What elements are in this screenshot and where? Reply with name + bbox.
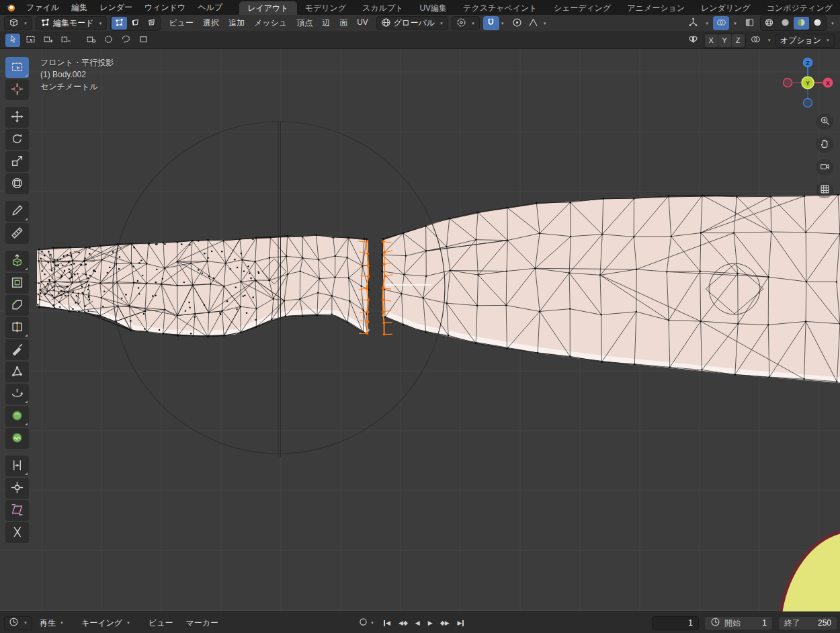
tool-extrude[interactable] — [5, 251, 29, 271]
shading-material-button[interactable] — [794, 17, 809, 30]
tool-poly-build[interactable] — [5, 362, 29, 382]
workspace-tab-8[interactable]: コンポジティング — [759, 1, 840, 15]
tool-loop-cut[interactable] — [5, 317, 29, 338]
playback-menu[interactable]: 再生▼ — [36, 616, 74, 630]
tool-measure[interactable] — [5, 223, 29, 244]
jump-to-start-button[interactable]: ◀ — [380, 618, 394, 628]
workspace-tab-4[interactable]: テクスチャペイント — [455, 1, 546, 15]
tool-shear[interactable] — [5, 500, 29, 521]
workspace-tab-7[interactable]: レンダリング — [693, 1, 759, 15]
keying-menu[interactable]: キーイング▼ — [77, 616, 140, 630]
header-menu-1[interactable]: 選択 — [198, 17, 224, 29]
falloff-dropdown[interactable]: ▼ — [542, 22, 548, 26]
timeline-editor-dropdown[interactable] — [4, 616, 32, 630]
header-menu-2[interactable]: 追加 — [224, 17, 249, 29]
tool-cursor[interactable] — [5, 79, 29, 100]
tool-annotate[interactable] — [5, 201, 29, 222]
tool-transform[interactable] — [5, 173, 29, 194]
jump-to-end-button[interactable]: ▶ — [454, 618, 468, 628]
frame-start-field[interactable]: 開始 1 — [704, 616, 773, 630]
editor-type-dropdown[interactable] — [4, 16, 32, 30]
play-button[interactable]: ▶ — [425, 618, 436, 628]
workspace-tab-6[interactable]: アニメーション — [619, 1, 693, 15]
vertex-select-button[interactable] — [112, 17, 127, 30]
frame-end-field[interactable]: 終了 250 — [778, 616, 837, 630]
tool-inset[interactable] — [5, 273, 29, 294]
snap-dropdown[interactable]: ▼ — [499, 22, 506, 26]
header-menu-3[interactable]: メッシュ — [249, 17, 292, 29]
shading-dropdown[interactable]: ▼ — [829, 22, 836, 26]
proportional-edit-button[interactable] — [509, 16, 526, 30]
pivot-dropdown[interactable] — [452, 16, 480, 30]
zoom-button[interactable] — [816, 114, 833, 130]
camera-view-button[interactable] — [816, 159, 833, 175]
viewport-3d[interactable]: フロント・平行投影 (1) Body.002 センチメートル Z X Y — [0, 49, 840, 611]
select-circle-button[interactable] — [101, 34, 116, 47]
topbar-menu-3[interactable]: ウィンドウ — [138, 0, 192, 15]
tool-scale[interactable] — [5, 151, 29, 172]
select-subtract-button[interactable] — [58, 34, 73, 47]
options-dropdown[interactable]: オプション — [775, 34, 835, 48]
header-menu-4[interactable]: 頂点 — [292, 17, 317, 29]
shading-solid-button[interactable] — [778, 17, 793, 30]
show-overlays-button[interactable] — [713, 16, 729, 30]
xray-toggle-button[interactable] — [741, 16, 757, 30]
tool-select-box[interactable] — [5, 57, 29, 78]
tool-move[interactable] — [5, 107, 29, 128]
shading-wireframe-button[interactable] — [761, 17, 777, 30]
falloff-button[interactable] — [526, 16, 542, 30]
header-menu-6[interactable]: 面 — [335, 17, 352, 29]
select-lasso-button[interactable] — [118, 34, 133, 47]
tool-spin[interactable] — [5, 384, 29, 405]
tool-edge-slide[interactable] — [5, 456, 29, 476]
gizmo-minus-x-ball[interactable] — [784, 79, 792, 87]
mirror-axis-y-button[interactable]: Y — [718, 34, 731, 47]
workspace-tab-2[interactable]: スカルプト — [354, 1, 411, 15]
workspace-tab-5[interactable]: シェーディング — [546, 1, 620, 15]
tool-knife[interactable] — [5, 339, 29, 360]
shading-rendered-button[interactable] — [810, 17, 825, 30]
timeline-marker-menu[interactable]: マーカー — [181, 618, 224, 629]
mirror-axis-z-button[interactable]: Z — [732, 34, 745, 47]
timeline-view-menu[interactable]: ビュー — [144, 618, 178, 629]
header-menu-0[interactable]: ビュー — [164, 17, 198, 29]
select-new-button[interactable] — [23, 34, 38, 47]
show-gizmo-button[interactable] — [685, 16, 701, 30]
snap-widget-dropdown[interactable]: ▼ — [766, 38, 773, 42]
mirror-button[interactable] — [686, 34, 701, 47]
header-menu-7[interactable]: UV — [352, 17, 373, 29]
face-select-button[interactable] — [144, 17, 159, 30]
header-menu-5[interactable]: 辺 — [317, 17, 335, 29]
tool-randomize[interactable] — [5, 428, 29, 449]
tweak-select-button[interactable] — [5, 34, 20, 47]
select-all-button[interactable] — [136, 34, 151, 47]
orientation-dropdown[interactable]: グローバル — [376, 16, 448, 30]
gizmo-minus-z-ball[interactable] — [804, 99, 812, 108]
blender-logo-icon[interactable] — [0, 0, 20, 15]
snap-widget-button[interactable] — [749, 34, 763, 47]
snap-toggle-button[interactable] — [483, 16, 499, 30]
next-keyframe-button[interactable]: ▶ — [437, 618, 453, 628]
edge-select-button[interactable] — [128, 17, 143, 30]
tool-rotate[interactable] — [5, 129, 29, 150]
pan-button[interactable] — [816, 136, 833, 153]
topbar-menu-2[interactable]: レンダー — [93, 0, 138, 15]
topbar-menu-0[interactable]: ファイル — [20, 0, 65, 15]
mirror-axis-x-button[interactable]: X — [705, 34, 718, 47]
workspace-tab-1[interactable]: モデリング — [297, 1, 354, 15]
topbar-menu-4[interactable]: ヘルプ — [192, 0, 228, 15]
topbar-menu-1[interactable]: 編集 — [65, 0, 93, 15]
select-extend-button[interactable] — [40, 34, 55, 47]
overlays-dropdown[interactable]: ▼ — [732, 22, 739, 26]
play-reverse-button[interactable]: ◀ — [412, 618, 423, 628]
mode-dropdown[interactable]: 編集モード — [36, 16, 108, 30]
ortho-toggle-button[interactable] — [816, 182, 833, 198]
autokey-button[interactable]: ▼ — [355, 615, 379, 631]
tool-rip[interactable] — [5, 522, 29, 543]
select-invert-button[interactable] — [83, 34, 98, 47]
tool-shrink[interactable] — [5, 478, 29, 499]
navigation-gizmo[interactable]: Z X Y — [781, 56, 835, 110]
gizmo-dropdown[interactable]: ▼ — [704, 22, 710, 26]
prev-keyframe-button[interactable]: ◀ — [395, 618, 411, 628]
current-frame-field[interactable]: 1 — [652, 616, 699, 630]
